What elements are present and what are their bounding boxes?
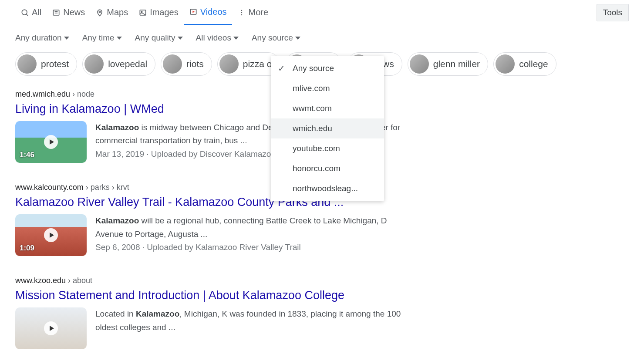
search-result: www.kzoo.edu › aboutMission Statement an… <box>15 276 416 349</box>
caret-down-icon <box>233 37 239 40</box>
result-snippet: Kalamazoo will be a regional hub, connec… <box>95 214 416 241</box>
related-chip[interactable]: glenn miller <box>408 52 488 76</box>
tab-more[interactable]: More <box>232 0 274 25</box>
news-icon <box>52 8 61 17</box>
tab-all-label: All <box>32 7 41 17</box>
tab-all[interactable]: All <box>15 0 47 25</box>
svg-point-0 <box>22 10 27 15</box>
chip-thumbnail <box>84 54 104 74</box>
caret-down-icon <box>178 37 183 40</box>
video-thumbnail[interactable]: 1:46 <box>15 121 87 163</box>
chip-thumbnail <box>219 54 239 74</box>
source-option[interactable]: wwmt.com <box>271 98 384 118</box>
caret-down-icon <box>295 37 300 40</box>
filter-videos[interactable]: All videos <box>196 33 239 43</box>
tools-button[interactable]: Tools <box>597 4 629 21</box>
video-duration: 1:09 <box>20 244 34 253</box>
source-option[interactable]: ✓Any source <box>271 58 384 78</box>
play-icon <box>44 321 58 335</box>
filter-quality[interactable]: Any quality <box>135 33 183 43</box>
chip-thumbnail <box>163 54 182 74</box>
chip-thumbnail <box>17 54 37 74</box>
filter-source[interactable]: Any source <box>252 33 300 43</box>
play-icon <box>44 135 58 149</box>
tab-videos-label: Videos <box>200 7 227 17</box>
source-option[interactable]: youtube.com <box>271 138 384 159</box>
tab-news[interactable]: News <box>47 0 90 25</box>
filter-time[interactable]: Any time <box>82 33 122 43</box>
svg-line-1 <box>26 14 28 16</box>
source-dropdown: ✓Any sourcemlive.comwwmt.comwmich.eduyou… <box>271 56 384 201</box>
related-chip[interactable]: lovepedal <box>82 52 155 76</box>
play-icon <box>44 228 58 242</box>
related-chip[interactable]: college <box>493 52 556 76</box>
related-chip[interactable]: riots <box>161 52 212 76</box>
svg-point-11 <box>241 14 242 15</box>
related-chip[interactable]: protest <box>15 52 77 76</box>
result-meta: Sep 6, 2008 · Uploaded by Kalamazoo Rive… <box>95 243 416 252</box>
svg-point-9 <box>241 10 242 11</box>
source-option[interactable]: honorcu.com <box>271 159 384 179</box>
search-icon <box>20 8 29 17</box>
tab-videos[interactable]: Videos <box>184 0 232 25</box>
result-url[interactable]: www.kzoo.edu › about <box>15 276 416 285</box>
video-duration: 1:46 <box>20 151 34 159</box>
tab-maps[interactable]: Maps <box>90 0 133 25</box>
svg-point-5 <box>99 11 101 12</box>
svg-point-10 <box>241 12 242 13</box>
pin-icon <box>95 8 104 17</box>
video-thumbnail[interactable]: 1:09 <box>15 214 87 256</box>
result-title[interactable]: Mission Statement and Introduction | Abo… <box>15 288 416 303</box>
source-option[interactable]: northwoodsleag... <box>271 179 384 199</box>
source-option[interactable]: mlive.com <box>271 78 384 98</box>
chip-thumbnail <box>496 54 515 74</box>
filter-row: Any duration Any time Any quality All vi… <box>0 25 644 43</box>
filter-duration[interactable]: Any duration <box>15 33 69 43</box>
more-icon <box>237 8 246 17</box>
caret-down-icon <box>117 37 122 40</box>
result-snippet: Located in Kalamazoo, Michigan, K was fo… <box>95 307 416 334</box>
tab-images-label: Images <box>150 7 179 17</box>
tab-maps-label: Maps <box>107 7 128 17</box>
chip-thumbnail <box>410 54 429 74</box>
tab-images[interactable]: Images <box>133 0 184 25</box>
tab-more-label: More <box>249 7 269 17</box>
check-icon: ✓ <box>278 63 285 74</box>
video-icon <box>189 7 198 16</box>
image-icon <box>138 8 147 17</box>
tab-news-label: News <box>63 7 85 17</box>
video-thumbnail[interactable] <box>15 307 87 349</box>
source-option[interactable]: wmich.edu <box>271 118 384 138</box>
caret-down-icon <box>64 37 69 40</box>
search-tabs: All News Maps Images Videos More Tools <box>0 0 644 25</box>
